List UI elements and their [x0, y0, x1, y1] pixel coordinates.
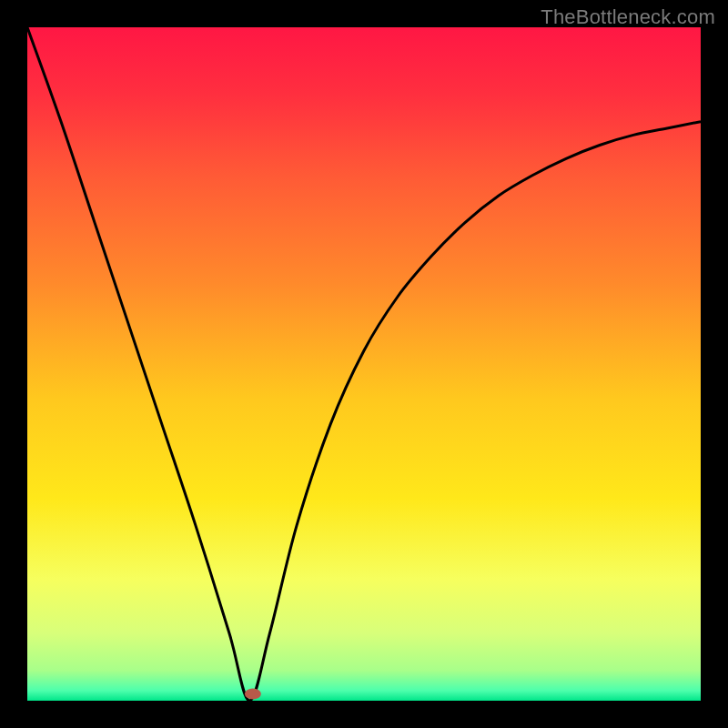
gradient-background [27, 27, 701, 701]
bottleneck-chart [27, 27, 701, 701]
chart-frame: TheBottleneck.com [0, 0, 728, 728]
plot-area [27, 27, 701, 701]
watermark-text: TheBottleneck.com [541, 5, 715, 29]
min-marker [245, 689, 261, 700]
